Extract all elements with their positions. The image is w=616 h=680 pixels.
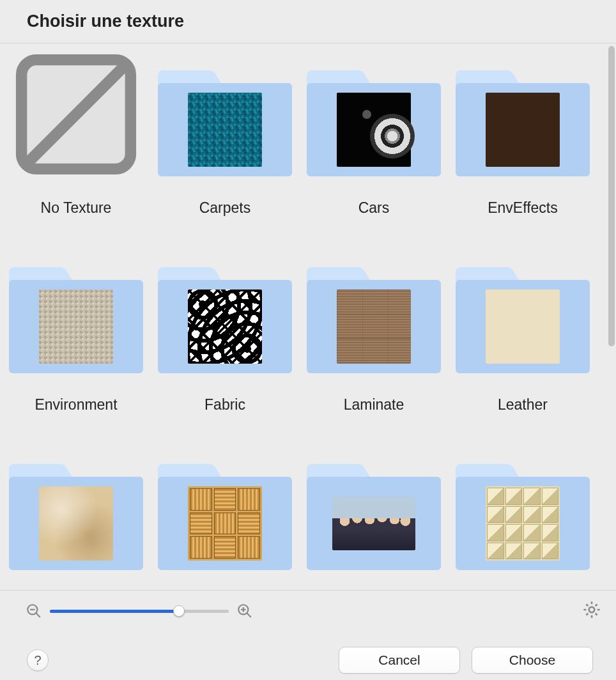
texture-folder-marble[interactable] — [9, 445, 143, 575]
item-label: No Texture — [41, 199, 112, 248]
svg-point-9 — [589, 607, 595, 613]
marble-swatch — [39, 486, 113, 560]
leather-swatch — [486, 290, 560, 364]
texture-folder-people[interactable] — [307, 445, 441, 575]
choose-button[interactable]: Choose — [472, 647, 593, 674]
zoom-toolbar — [0, 591, 616, 626]
parquet-swatch — [188, 486, 262, 560]
texture-folder-parquet[interactable] — [158, 445, 292, 575]
texture-folder-enveffects[interactable]: EnvEffects — [456, 51, 590, 248]
texture-item-no-texture[interactable]: No Texture — [9, 51, 143, 248]
dialog-title: Choisir une texture — [0, 0, 616, 43]
cars-swatch — [337, 93, 411, 167]
item-label: Fabric — [204, 396, 245, 445]
texture-folder-leather[interactable]: Leather — [456, 248, 590, 445]
zoom-in-icon[interactable] — [236, 603, 253, 619]
fabric-swatch — [188, 290, 262, 364]
svg-line-6 — [247, 613, 251, 617]
item-label: Carpets — [199, 199, 251, 248]
cancel-button[interactable]: Cancel — [339, 647, 460, 674]
svg-line-3 — [36, 613, 40, 617]
item-label: Cars — [358, 199, 390, 248]
item-label: Environment — [35, 396, 117, 445]
no-texture-icon — [14, 52, 138, 176]
texture-folder-laminate[interactable]: Laminate — [307, 248, 441, 445]
texture-folder-environment[interactable]: Environment — [9, 248, 143, 445]
people-swatch — [332, 497, 415, 550]
gear-icon[interactable] — [581, 599, 602, 622]
help-button[interactable]: ? — [27, 649, 49, 671]
item-label: Leather — [498, 396, 548, 445]
texture-folder-fabric[interactable]: Fabric — [158, 248, 292, 445]
texture-folder-carpets[interactable]: Carpets — [158, 51, 292, 248]
texture-folder-cars[interactable]: Cars — [307, 51, 441, 248]
zoom-out-icon[interactable] — [26, 603, 42, 619]
texture-browser: No Texture Carpets Cars EnvEffects Envir… — [0, 43, 616, 591]
item-label: EnvEffects — [488, 199, 558, 248]
item-label: Laminate — [344, 396, 404, 445]
environment-swatch — [39, 290, 113, 364]
carpet-swatch — [188, 93, 262, 167]
laminate-swatch — [337, 290, 411, 364]
texture-folder-stone[interactable] — [456, 445, 590, 575]
stone-swatch — [486, 486, 560, 560]
enveffects-swatch — [486, 93, 560, 167]
thumbnail-size-slider[interactable] — [50, 605, 229, 617]
scrollbar[interactable] — [608, 46, 615, 591]
